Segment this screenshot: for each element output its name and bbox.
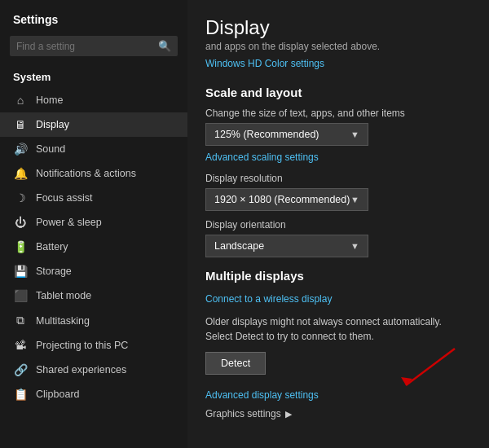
red-arrow-indicator: [381, 345, 463, 389]
storage-icon: 💾: [13, 265, 28, 278]
main-content: Display and apps on the display selected…: [187, 0, 489, 448]
cursor-icon: ▶: [285, 409, 292, 419]
multitasking-icon: ⧉: [13, 314, 28, 327]
svg-line-0: [406, 349, 455, 385]
scale-dropdown-value: 125% (Recommended): [214, 129, 319, 140]
sidebar-item-clipboard[interactable]: 📋 Clipboard: [0, 382, 187, 406]
sidebar-item-label: Power & sleep: [36, 217, 102, 228]
detect-button[interactable]: Detect: [205, 352, 266, 375]
search-input[interactable]: [16, 41, 158, 52]
display-icon: 🖥: [13, 118, 28, 131]
sidebar-item-label: Projecting to this PC: [36, 340, 128, 351]
sidebar-item-home[interactable]: ⌂ Home: [0, 88, 187, 112]
orientation-label: Display orientation: [205, 219, 471, 231]
sidebar-item-label: Home: [36, 94, 63, 106]
sidebar: Settings 🔍 System ⌂ Home 🖥 Display 🔊 Sou…: [0, 0, 187, 448]
sidebar-item-label: Multitasking: [36, 315, 90, 327]
page-title: Display: [205, 16, 471, 39]
multi-display-desc: Older displays might not always connect …: [205, 314, 471, 344]
sidebar-item-focus[interactable]: ☽ Focus assist: [0, 186, 187, 210]
sidebar-item-label: Storage: [36, 266, 72, 277]
graphics-settings-link[interactable]: Graphics settings ▶: [205, 408, 292, 419]
advanced-display-link[interactable]: Advanced display settings: [205, 389, 471, 401]
page-subtitle: and apps on the display selected above.: [205, 41, 471, 52]
sidebar-item-storage[interactable]: 💾 Storage: [0, 259, 187, 283]
sidebar-item-label: Focus assist: [36, 192, 92, 204]
scale-dropdown-arrow: ▼: [350, 130, 359, 139]
sidebar-item-display[interactable]: 🖥 Display: [0, 112, 187, 137]
sidebar-item-shared[interactable]: 🔗 Shared experiences: [0, 358, 187, 382]
sidebar-item-label: Tablet mode: [36, 290, 91, 301]
sidebar-item-label: Notifications & actions: [36, 168, 136, 179]
hd-color-link[interactable]: Windows HD Color settings: [205, 58, 324, 69]
clipboard-icon: 📋: [13, 388, 28, 401]
sound-icon: 🔊: [13, 143, 28, 156]
sidebar-item-battery[interactable]: 🔋 Battery: [0, 235, 187, 259]
tablet-icon: ⬛: [13, 289, 28, 302]
shared-icon: 🔗: [13, 363, 28, 376]
scale-label: Change the size of text, apps, and other…: [205, 108, 471, 119]
notifications-icon: 🔔: [13, 167, 28, 180]
search-icon: 🔍: [158, 40, 171, 52]
sidebar-item-label: Battery: [36, 241, 68, 253]
battery-icon: 🔋: [13, 240, 28, 253]
multi-section-title: Multiple displays: [205, 269, 471, 283]
section-label: System: [0, 66, 187, 88]
bottom-links: Advanced display settings Graphics setti…: [205, 389, 471, 429]
sidebar-item-label: Sound: [36, 143, 65, 155]
orientation-dropdown-value: Landscape: [214, 240, 264, 252]
scale-dropdown[interactable]: 125% (Recommended) ▼: [205, 123, 368, 146]
sidebar-item-power[interactable]: ⏻ Power & sleep: [0, 210, 187, 235]
sidebar-item-tablet[interactable]: ⬛ Tablet mode: [0, 283, 187, 308]
sidebar-item-sound[interactable]: 🔊 Sound: [0, 137, 187, 161]
search-box[interactable]: 🔍: [10, 36, 178, 56]
resolution-dropdown-value: 1920 × 1080 (Recommended): [214, 194, 350, 205]
scale-section-title: Scale and layout: [205, 86, 471, 99]
sidebar-item-notifications[interactable]: 🔔 Notifications & actions: [0, 161, 187, 186]
advanced-scaling-link[interactable]: Advanced scaling settings: [205, 152, 319, 163]
sidebar-item-label: Display: [36, 119, 69, 130]
resolution-label: Display resolution: [205, 173, 471, 184]
sidebar-item-multitasking[interactable]: ⧉ Multitasking: [0, 308, 187, 333]
home-icon: ⌂: [13, 94, 28, 107]
sidebar-item-projecting[interactable]: 📽 Projecting to this PC: [0, 333, 187, 358]
sidebar-item-label: Shared experiences: [36, 364, 126, 376]
resolution-dropdown-arrow: ▼: [350, 195, 359, 204]
app-title: Settings: [0, 0, 187, 36]
orientation-dropdown[interactable]: Landscape ▼: [205, 235, 368, 257]
orientation-dropdown-arrow: ▼: [350, 241, 359, 251]
power-icon: ⏻: [13, 216, 28, 229]
wireless-display-link[interactable]: Connect to a wireless display: [205, 293, 332, 305]
resolution-dropdown[interactable]: 1920 × 1080 (Recommended) ▼: [205, 188, 368, 211]
projecting-icon: 📽: [13, 339, 28, 352]
focus-icon: ☽: [13, 191, 28, 204]
sidebar-item-label: Clipboard: [36, 389, 80, 400]
